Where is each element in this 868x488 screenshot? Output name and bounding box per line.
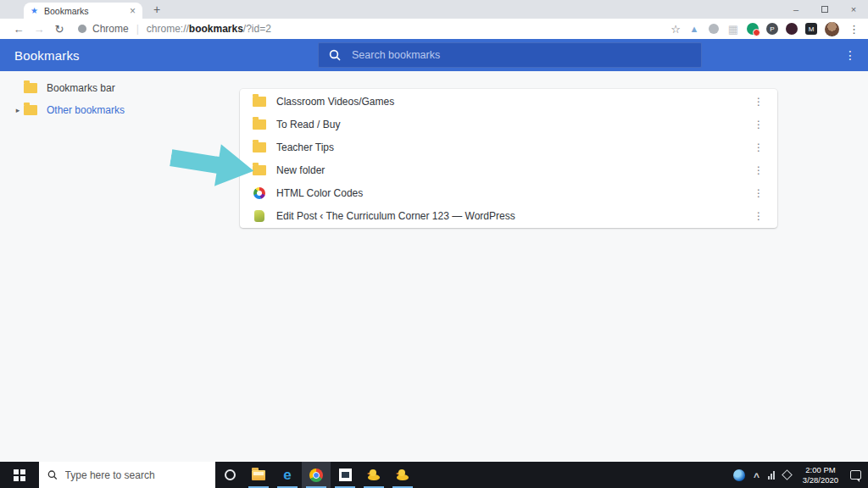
bookmark-row-edit-post-wordpress[interactable]: Edit Post ‹ The Curriculum Corner 123 — … (240, 204, 777, 227)
bookmarks-search-box[interactable] (318, 42, 702, 68)
folder-icon (253, 97, 266, 107)
taskbar-cortana[interactable] (215, 462, 244, 488)
omnibox[interactable]: Chrome | chrome://bookmarks/?id=2 (78, 23, 670, 35)
taskbar-photos[interactable] (331, 462, 359, 488)
bookmarks-list: Classroom Videos/Games ⋮ To Read / Buy ⋮… (240, 89, 777, 228)
tray-chevron-icon[interactable]: ^ (754, 471, 760, 483)
engine-label: Chrome (92, 23, 129, 35)
back-icon[interactable]: ← (8, 23, 29, 36)
bookmark-row-classroom-videos[interactable]: Classroom Videos/Games ⋮ (240, 90, 777, 113)
page-title: Bookmarks (14, 48, 80, 63)
start-button[interactable] (0, 462, 39, 488)
taskbar-file-explorer[interactable] (244, 462, 273, 488)
bookmarks-search-input[interactable] (352, 49, 691, 61)
extension-icon-2[interactable] (708, 23, 720, 35)
edge-icon: e (283, 468, 291, 482)
search-icon (329, 49, 341, 61)
cortana-icon (225, 469, 236, 480)
extension-icon-6[interactable] (786, 23, 798, 35)
action-center-icon[interactable] (850, 470, 861, 480)
taskbar-search[interactable] (39, 462, 215, 488)
url-prefix: chrome:// (147, 23, 189, 35)
bookmark-label: Classroom Videos/Games (276, 96, 751, 108)
m-square-icon: M (805, 23, 817, 35)
sidebar-item-label: Other bookmarks (47, 104, 125, 116)
maroon-circle-icon (786, 23, 798, 35)
taskbar-edge[interactable]: e (273, 462, 302, 488)
clock-time: 2:00 PM (799, 465, 842, 475)
system-tray: ^ 2:00 PM 3/28/2020 (733, 462, 868, 488)
file-explorer-icon (252, 470, 265, 480)
taskbar-app-duck-2[interactable] (388, 462, 417, 488)
chrome-icon (309, 469, 323, 482)
browser-tab-bookmarks[interactable]: ★ Bookmarks × (24, 3, 142, 19)
row-menu-icon[interactable]: ⋮ (751, 187, 766, 199)
bookmark-row-html-color-codes[interactable]: HTML Color Codes ⋮ (240, 181, 777, 204)
bookmark-row-new-folder[interactable]: New folder ⋮ (240, 158, 777, 181)
forward-icon: → (29, 23, 49, 36)
row-menu-icon[interactable]: ⋮ (751, 119, 766, 130)
search-icon (47, 469, 58, 480)
extension-icon-5[interactable]: P (766, 23, 778, 35)
window-controls: – × (782, 0, 868, 19)
url-suffix: /?id=2 (243, 23, 271, 35)
green-badge-icon (747, 23, 759, 35)
url-divider: | (136, 23, 139, 35)
taskbar-app-duck-1[interactable] (359, 462, 388, 488)
refresh-icon[interactable]: ↻ (49, 23, 70, 36)
row-menu-icon[interactable]: ⋮ (751, 96, 766, 108)
row-menu-icon[interactable]: ⋮ (751, 210, 766, 222)
folder-icon (253, 119, 266, 130)
expand-icon[interactable]: ▸ (12, 106, 24, 114)
sidebar-item-other-bookmarks[interactable]: ▸ Other bookmarks (0, 98, 227, 121)
bookmark-label: Edit Post ‹ The Curriculum Corner 123 — … (276, 210, 751, 222)
url-text: chrome://bookmarks/?id=2 (147, 23, 271, 35)
bookmarks-menu-icon[interactable]: ⋮ (844, 39, 856, 71)
tab-title: Bookmarks (44, 6, 124, 16)
restore-icon (821, 6, 828, 13)
sidebar-item-bookmarks-bar[interactable]: ▸ Bookmarks bar (0, 76, 227, 99)
gray-ball-icon (709, 24, 719, 34)
new-tab-button[interactable]: + (149, 3, 164, 17)
minimize-button[interactable]: – (782, 0, 810, 19)
browser-titlebar: ★ Bookmarks × + – × (0, 0, 868, 19)
tab-close-icon[interactable]: × (130, 6, 136, 16)
row-menu-icon[interactable]: ⋮ (751, 141, 766, 153)
p-circle-icon: P (766, 23, 778, 35)
bookmark-label: To Read / Buy (276, 119, 751, 130)
bookmark-label: New folder (276, 164, 751, 176)
triangle-icon: ▲ (690, 25, 699, 34)
bookmark-label: HTML Color Codes (276, 187, 751, 199)
bookmark-star-icon: ★ (31, 7, 38, 15)
duck-icon (368, 469, 381, 480)
duck-icon (397, 469, 409, 480)
taskbar-clock[interactable]: 2:00 PM 3/28/2020 (799, 465, 842, 485)
bookmarks-header: Bookmarks ⋮ (0, 39, 868, 71)
browser-menu-icon[interactable]: ⋮ (849, 23, 860, 36)
row-menu-icon[interactable]: ⋮ (751, 164, 766, 176)
folder-icon (24, 83, 37, 93)
site-icon (78, 25, 86, 33)
screen: ★ Bookmarks × + – × ← → ↻ Chrome | chrom… (0, 0, 868, 488)
bookmark-this-page-icon[interactable]: ☆ (670, 23, 681, 36)
extension-icon-4[interactable] (747, 23, 759, 35)
url-host: bookmarks (189, 23, 243, 35)
taskbar-chrome[interactable] (302, 462, 331, 488)
restore-button[interactable] (810, 0, 839, 19)
extension-icon-1[interactable]: ▲ (688, 23, 700, 35)
network-icon[interactable] (768, 471, 775, 480)
bookmarks-content: ▸ Bookmarks bar ▸ Other bookmarks Classr… (0, 71, 868, 462)
dropbox-icon[interactable] (782, 469, 793, 480)
windows-logo-icon (14, 469, 25, 481)
grid-icon: ▦ (728, 24, 738, 35)
bookmark-row-to-read-buy[interactable]: To Read / Buy ⋮ (240, 113, 777, 136)
extension-icon-7[interactable]: M (805, 23, 817, 35)
tray-app-icon[interactable] (733, 469, 745, 481)
clock-date: 3/28/2020 (799, 475, 842, 485)
folder-icon (24, 105, 37, 115)
profile-avatar[interactable] (825, 22, 839, 36)
close-button[interactable]: × (839, 0, 868, 19)
extension-icon-3[interactable]: ▦ (727, 23, 739, 35)
taskbar-search-input[interactable] (65, 469, 207, 481)
bookmark-row-teacher-tips[interactable]: Teacher Tips ⋮ (240, 136, 777, 158)
